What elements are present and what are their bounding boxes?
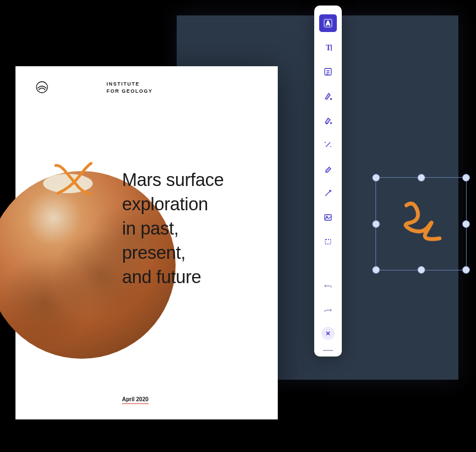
freehand-squiggle[interactable] — [398, 200, 448, 244]
line-arrow-tool[interactable] — [319, 184, 337, 202]
undo-button[interactable] — [319, 277, 337, 295]
document-date: April 2020 — [122, 396, 149, 404]
text-cursor-tool[interactable]: T — [319, 39, 337, 56]
logo-icon — [35, 81, 49, 96]
institute-line2: FOR GEOLOGY — [107, 88, 153, 95]
annotation-toolbar: A T — [314, 6, 342, 357]
resize-handle-bottom-middle[interactable] — [417, 266, 425, 274]
shape-rect-tool[interactable] — [319, 233, 337, 251]
image-tool[interactable] — [319, 209, 337, 226]
resize-handle-top-middle[interactable] — [417, 174, 425, 182]
svg-line-12 — [325, 190, 331, 196]
note-tool[interactable] — [319, 63, 337, 81]
resize-handle-bottom-right[interactable] — [462, 266, 470, 274]
svg-point-10 — [331, 123, 332, 124]
resize-handle-top-left[interactable] — [372, 174, 380, 182]
title-part-pre: Ma — [122, 170, 147, 190]
svg-text:T: T — [326, 44, 331, 52]
institute-line1: INSTITUTE — [107, 81, 153, 88]
eraser-tool[interactable] — [319, 160, 337, 178]
institute-label: INSTITUTE FOR GEOLOGY — [107, 81, 153, 94]
magic-wand-tool[interactable] — [319, 136, 337, 153]
highlighter-tool[interactable] — [319, 111, 337, 129]
title-highlighted[interactable]: rs sur — [147, 170, 191, 190]
text-annotation-tool[interactable]: A — [319, 14, 337, 32]
document-page: INSTITUTE FOR GEOLOGY Mars surface explo… — [15, 66, 278, 419]
drag-handle-icon[interactable] — [323, 350, 333, 351]
resize-handle-top-right[interactable] — [462, 174, 470, 182]
svg-point-0 — [36, 82, 47, 93]
svg-rect-15 — [325, 240, 331, 244]
x-annotation-mark[interactable] — [51, 160, 101, 199]
resize-handle-middle-left[interactable] — [372, 220, 380, 228]
document-title: Mars surface exploration in past, presen… — [122, 168, 224, 289]
selection-bounding-box[interactable] — [375, 177, 467, 270]
pen-tool[interactable] — [319, 87, 337, 105]
resize-handle-middle-right[interactable] — [462, 220, 470, 228]
svg-point-9 — [331, 99, 332, 100]
redo-button[interactable] — [319, 301, 337, 319]
resize-handle-bottom-left[interactable] — [372, 266, 380, 274]
document-header: INSTITUTE FOR GEOLOGY — [15, 66, 278, 110]
svg-text:A: A — [326, 20, 330, 26]
svg-line-11 — [326, 142, 330, 147]
close-button[interactable] — [321, 327, 335, 340]
